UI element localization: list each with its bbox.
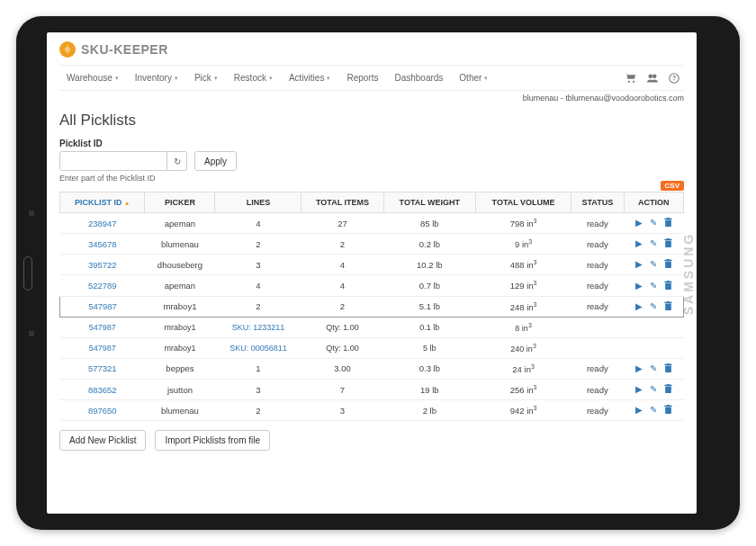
cell-weight: 5.1 lb xyxy=(383,296,476,317)
play-icon[interactable]: ▶ xyxy=(635,238,643,249)
picklist-id-link[interactable]: 547987 xyxy=(60,296,145,317)
edit-icon[interactable]: ✎ xyxy=(650,384,657,395)
users-icon[interactable] xyxy=(646,72,659,85)
delete-icon[interactable] xyxy=(664,301,672,312)
import-picklists-button[interactable]: Import Picklists from file xyxy=(155,430,270,451)
col-picker[interactable]: PICKER xyxy=(145,192,215,213)
nav-restock[interactable]: Restock▾ xyxy=(227,71,280,85)
play-icon[interactable]: ▶ xyxy=(635,259,643,270)
help-icon[interactable]: ? xyxy=(668,72,680,85)
table-row[interactable]: 395722dhouseberg3410.2 lb488 in3ready▶✎ xyxy=(60,255,684,275)
delete-icon[interactable] xyxy=(664,281,672,291)
refresh-button[interactable]: ↻ xyxy=(167,151,187,171)
delete-icon[interactable] xyxy=(664,384,672,395)
table-row[interactable]: 522789apeman440.7 lb129 in3ready▶✎ xyxy=(60,275,684,296)
cell-actions: ▶✎ xyxy=(624,213,683,234)
cart-icon[interactable] xyxy=(625,72,637,85)
col-picklist-id[interactable]: PICKLIST ID▲ xyxy=(60,192,145,213)
table-row[interactable]: 345678blumenau220.2 lb9 in3ready▶✎ xyxy=(60,234,684,255)
play-icon[interactable]: ▶ xyxy=(635,301,643,312)
caret-down-icon: ▾ xyxy=(484,75,488,82)
play-icon[interactable]: ▶ xyxy=(635,405,643,416)
cell-volume: 942 in3 xyxy=(476,400,572,421)
nav-warehouse[interactable]: Warehouse▾ xyxy=(59,71,126,85)
edit-icon[interactable]: ✎ xyxy=(650,259,657,270)
cell-status: ready xyxy=(572,296,625,317)
cell-items: 4 xyxy=(302,255,383,275)
col-total-volume[interactable]: TOTAL VOLUME xyxy=(476,192,572,213)
edit-icon[interactable]: ✎ xyxy=(650,405,657,416)
play-icon[interactable]: ▶ xyxy=(635,218,643,228)
play-icon[interactable]: ▶ xyxy=(635,281,643,291)
cell-volume: 488 in3 xyxy=(476,255,572,275)
picklist-id-link[interactable]: 522789 xyxy=(60,275,145,296)
delete-icon[interactable] xyxy=(664,218,672,228)
nav-activities[interactable]: Activities▾ xyxy=(282,71,338,85)
table-row[interactable]: 547987mraboy1225.1 lb248 in3ready▶✎ xyxy=(60,296,684,317)
picklist-id-link[interactable]: 883652 xyxy=(60,379,145,399)
cell-actions: ▶✎ xyxy=(624,400,683,421)
picklist-id-link[interactable]: 547987 xyxy=(60,337,145,358)
picklist-id-link[interactable]: 238947 xyxy=(60,213,145,234)
svg-point-2 xyxy=(649,74,653,78)
cell-actions: ▶✎ xyxy=(624,275,683,296)
csv-export-button[interactable]: CSV xyxy=(661,181,684,191)
cell-status: ready xyxy=(572,379,625,399)
picklist-id-link[interactable]: 395722 xyxy=(60,255,145,275)
edit-icon[interactable]: ✎ xyxy=(650,281,657,291)
delete-icon[interactable] xyxy=(664,238,672,249)
cell-volume: 129 in3 xyxy=(476,275,572,296)
table-row[interactable]: 547987mraboy1SKU: 00056811Qty: 1.005 lb2… xyxy=(60,337,684,358)
picklist-id-link[interactable]: 345678 xyxy=(60,234,145,255)
cell-picker: dhouseberg xyxy=(145,255,215,275)
col-lines[interactable]: LINES xyxy=(215,192,302,213)
add-new-picklist-button[interactable]: Add New Picklist xyxy=(59,430,146,451)
play-icon[interactable]: ▶ xyxy=(635,363,643,374)
cell-weight: 0.1 lb xyxy=(383,317,476,337)
cell-actions: ▶✎ xyxy=(624,255,683,275)
delete-icon[interactable] xyxy=(664,405,672,416)
cell-lines: 1 xyxy=(215,358,302,379)
table-row[interactable]: 577321beppes13.000.3 lb24 in3ready▶✎ xyxy=(60,358,684,379)
cell-weight: 0.2 lb xyxy=(383,234,476,255)
picklist-id-link[interactable]: 577321 xyxy=(60,358,145,379)
nav-other[interactable]: Other▾ xyxy=(452,71,495,85)
play-icon[interactable]: ▶ xyxy=(635,384,643,395)
nav-reports[interactable]: Reports xyxy=(339,71,385,85)
col-total-items[interactable]: TOTAL ITEMS xyxy=(302,192,383,213)
nav-inventory[interactable]: Inventory▾ xyxy=(128,71,185,85)
cell-picker: mraboy1 xyxy=(145,296,215,317)
cell-picker: apeman xyxy=(145,275,215,296)
cell-status: ready xyxy=(572,400,625,421)
cell-status: ready xyxy=(572,275,625,296)
caret-down-icon: ▾ xyxy=(115,75,119,82)
edit-icon[interactable]: ✎ xyxy=(650,301,657,312)
svg-point-1 xyxy=(633,80,634,82)
filter-label: Picklist ID xyxy=(59,139,684,148)
cell-status: ready xyxy=(572,234,625,255)
picklist-id-input[interactable] xyxy=(59,151,167,171)
table-row[interactable]: 238947apeman42785 lb798 in3ready▶✎ xyxy=(60,213,684,234)
nav-pick[interactable]: Pick▾ xyxy=(187,71,225,85)
table-row[interactable]: 547987mraboy1SKU: 1233211Qty: 1.000.1 lb… xyxy=(60,317,684,337)
picklist-id-link[interactable]: 897650 xyxy=(60,400,145,421)
edit-icon[interactable]: ✎ xyxy=(650,363,657,374)
cell-actions: ▶✎ xyxy=(624,234,683,255)
cell-status: ready xyxy=(572,358,625,379)
delete-icon[interactable] xyxy=(664,259,672,270)
apply-button[interactable]: Apply xyxy=(194,151,237,171)
edit-icon[interactable]: ✎ xyxy=(650,238,657,249)
table-row[interactable]: 897650blumenau232 lb942 in3ready▶✎ xyxy=(60,400,684,421)
picklists-table: PICKLIST ID▲ PICKER LINES TOTAL ITEMS TO… xyxy=(59,192,684,421)
cell-picker: blumenau xyxy=(145,400,215,421)
nav-dashboards[interactable]: Dashboards xyxy=(387,71,450,85)
picklist-id-link[interactable]: 547987 xyxy=(60,317,145,337)
col-status[interactable]: STATUS xyxy=(572,192,625,213)
sku-link[interactable]: SKU: 00056811 xyxy=(215,337,302,358)
edit-icon[interactable]: ✎ xyxy=(650,218,657,228)
delete-icon[interactable] xyxy=(664,363,672,374)
sku-link[interactable]: SKU: 1233211 xyxy=(215,317,302,337)
col-total-weight[interactable]: TOTAL WEIGHT xyxy=(383,192,476,213)
col-action: ACTION xyxy=(624,192,683,213)
table-row[interactable]: 883652jsutton3719 lb256 in3ready▶✎ xyxy=(60,379,684,399)
